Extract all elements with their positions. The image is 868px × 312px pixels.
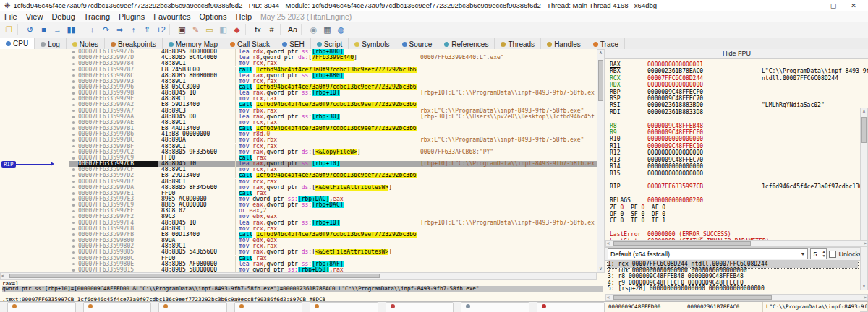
breakpoint-dot-icon[interactable] bbox=[69, 186, 78, 189]
disasm-row[interactable]: 00007FF6335997CF48:89C1mov rcx,rax bbox=[69, 167, 597, 173]
breakpoint-dot-icon[interactable] bbox=[69, 104, 78, 107]
tab-references[interactable]: References bbox=[438, 38, 495, 50]
breakpoint-dot-icon[interactable] bbox=[69, 269, 78, 272]
spinner-arrows-icon[interactable]: ▲▼ bbox=[822, 249, 826, 258]
register-row[interactable]: R130000009C48FFEC70 bbox=[610, 157, 858, 163]
disasm-row[interactable]: 00007FF63359977648:8D95 80080000lea rdx,… bbox=[69, 49, 597, 55]
breakpoint-dot-icon[interactable] bbox=[69, 121, 78, 124]
tab-call-stack[interactable]: Call Stack bbox=[224, 38, 276, 50]
scroll-thumb[interactable] bbox=[9, 274, 380, 278]
breakpoint-dot-icon[interactable] bbox=[69, 204, 78, 207]
tab-memory-map[interactable]: Memory Map bbox=[163, 38, 224, 50]
breakpoint-dot-icon[interactable] bbox=[69, 110, 78, 113]
breakpoint-dot-icon[interactable] bbox=[69, 162, 78, 165]
register-row[interactable]: R90000009C48FFECF0 bbox=[610, 129, 858, 136]
breakpoint-dot-icon[interactable] bbox=[69, 257, 78, 260]
disasm-row[interactable]: 00007FF6335997F289C3mov ebx,eax bbox=[69, 214, 597, 220]
register-row[interactable]: RBX000002361B78EAC0L"C:\\ProgramData\\in… bbox=[610, 68, 858, 74]
breakpoint-dot-icon[interactable] bbox=[69, 145, 78, 148]
tab-seh[interactable]: SEH bbox=[276, 38, 311, 50]
disasm-row[interactable]: 00007FF63359978C48:8D85 80080000lea rax,… bbox=[69, 73, 597, 79]
call-arguments-list[interactable]: 1: rcx 00007FFC6C08D244 ntdll.00007FFC6C… bbox=[605, 261, 868, 294]
register-row[interactable]: RSI0000023618883BD0"LMLhRqYNdiaSac02" bbox=[610, 102, 858, 108]
breakpoint-dot-icon[interactable] bbox=[69, 92, 78, 95]
disasm-row[interactable]: 00007FF63359979F48:89C1mov rcx,rax bbox=[69, 96, 597, 102]
tab-symbols[interactable]: Symbols bbox=[349, 38, 396, 50]
disasm-row[interactable]: 00007FF6335997FBE8 00D13400call 1cf6d946… bbox=[69, 232, 597, 238]
breakpoint-dot-icon[interactable] bbox=[69, 192, 78, 195]
breakpoint-dot-icon[interactable] bbox=[69, 263, 78, 266]
menu-item-view[interactable]: View bbox=[22, 12, 48, 21]
scroll-left-icon[interactable]: < bbox=[607, 240, 610, 246]
hide-fpu-button[interactable]: Hide FPU bbox=[605, 49, 868, 59]
pause-icon[interactable]: ▮▮ bbox=[64, 23, 78, 36]
tab-trace[interactable]: Trace bbox=[587, 38, 625, 50]
breakpoint-dot-icon[interactable] bbox=[69, 168, 78, 171]
step-out-icon[interactable]: ↑ bbox=[127, 23, 140, 36]
scroll-right-icon[interactable]: > bbox=[864, 295, 867, 300]
disasm-row[interactable]: 00007FF6335997E1FFD0call rax bbox=[69, 191, 597, 196]
bottom-tab[interactable] bbox=[461, 302, 529, 312]
maximize-button[interactable]: ▢ bbox=[823, 2, 843, 9]
scroll-left-icon[interactable]: < bbox=[1, 273, 4, 280]
register-row[interactable]: RAX0000000000000001 bbox=[610, 61, 858, 68]
disasm-row[interactable]: 00007FF6335997F448:8D45 10lea rax,qword … bbox=[69, 220, 597, 226]
breakpoint-dot-icon[interactable] bbox=[69, 51, 78, 53]
register-row[interactable]: RFLAGS0000000000000200 bbox=[610, 197, 858, 204]
register-row[interactable]: R100000000000000000 bbox=[610, 136, 858, 142]
scroll-thumb[interactable] bbox=[613, 295, 772, 300]
disasm-row[interactable]: 00007FF63359978448:89C1mov rcx,rax bbox=[69, 61, 597, 66]
disasm-row[interactable]: 00007FF6335997F848:89C1mov rcx,rax bbox=[69, 226, 597, 232]
disasm-row[interactable]: 00007FF6335997AA48:8D45 D0lea rax,qword … bbox=[69, 114, 597, 120]
register-row[interactable]: R110000009C48FFEC10 bbox=[610, 143, 858, 150]
breakpoint-dot-icon[interactable] bbox=[69, 134, 78, 136]
disassembly-horizontal-scrollbar[interactable]: < bbox=[0, 272, 597, 280]
register-row[interactable]: RDI000002361B8833D8 bbox=[610, 109, 858, 116]
tab-breakpoints[interactable]: Breakpoints bbox=[105, 38, 163, 50]
disasm-row[interactable]: 00007FF63359980248:89C1mov rcx,rax bbox=[69, 243, 597, 249]
disasm-row[interactable]: 00007FF6335997CB48:8D45 10lea rax,qword … bbox=[69, 161, 597, 167]
register-row[interactable]: R120000000000000000 bbox=[610, 150, 858, 156]
tab-cpu[interactable]: CPU bbox=[0, 38, 35, 50]
disasm-row[interactable]: 00007FF633599787E8 245B3F00call 1cf6d946… bbox=[69, 66, 597, 72]
step-into-icon[interactable]: ↓ bbox=[85, 23, 99, 36]
trace-into-icon[interactable]: +2 bbox=[154, 23, 168, 36]
breakpoint-dot-icon[interactable] bbox=[69, 63, 78, 66]
registers-horizontal-scrollbar[interactable]: < > bbox=[605, 240, 868, 247]
flags-row[interactable]: OF 0 SF 0 DF 0 bbox=[610, 211, 858, 217]
menu-item-tracing[interactable]: Tracing bbox=[80, 12, 114, 21]
breakpoint-dot-icon[interactable] bbox=[69, 157, 78, 160]
scroll-thumb[interactable] bbox=[613, 241, 751, 246]
last-error-row[interactable]: LastError00000000 (ERROR_SUCCESS) bbox=[610, 231, 858, 238]
register-row[interactable]: R150000000000000000 bbox=[610, 170, 858, 177]
menu-item-favourites[interactable]: Favourites bbox=[149, 12, 195, 21]
bottom-tab[interactable] bbox=[386, 302, 454, 312]
disassembly-panel[interactable]: 00007FF63359977648:8D95 80080000lea rdx,… bbox=[0, 49, 605, 280]
breakpoint-dot-icon[interactable] bbox=[69, 198, 78, 201]
tab-log[interactable]: Log bbox=[35, 38, 67, 50]
tab-notes[interactable]: Notes bbox=[67, 38, 105, 50]
flags-row[interactable]: ZF 0 PF 0 AF 0 bbox=[610, 204, 858, 211]
register-row[interactable]: R80000009C48FFEB48 bbox=[610, 123, 858, 129]
bottom-tab[interactable] bbox=[7, 302, 76, 312]
disasm-row[interactable]: 00007FF63359979348:89C1mov rcx,rax bbox=[69, 79, 597, 84]
restart-icon[interactable]: ↺ bbox=[23, 23, 37, 36]
register-row[interactable]: RIP00007FF6335997CB1cf6d946c45f4ce73a0f9… bbox=[610, 183, 858, 190]
close-button[interactable]: ✕ bbox=[843, 2, 864, 9]
disasm-row[interactable]: 00007FF6335997DA48:8B05 8F345600mov rax,… bbox=[69, 185, 597, 191]
breakpoint-dot-icon[interactable] bbox=[69, 228, 78, 230]
bottom-tab[interactable] bbox=[234, 302, 303, 312]
scroll-thumb[interactable] bbox=[861, 117, 867, 143]
scroll-up-icon[interactable]: ∧ bbox=[861, 108, 867, 115]
animate-icon[interactable]: ▣ bbox=[175, 23, 189, 36]
step-over-icon[interactable]: ↷ bbox=[99, 23, 113, 36]
disasm-row[interactable]: 00007FF6335997EF83C8 02or eax,2 bbox=[69, 208, 597, 214]
graph-icon[interactable]: ◉ bbox=[307, 23, 320, 36]
calling-convention-select[interactable]: Default (x64 fastcall) ▼ bbox=[608, 248, 808, 259]
menu-item-plugins[interactable]: Plugins bbox=[114, 12, 149, 21]
registers-list[interactable]: RAX0000000000000001RBX000002361B78EAC0L"… bbox=[605, 59, 868, 240]
breakpoint-dot-icon[interactable] bbox=[69, 80, 78, 83]
register-row[interactable]: RCX00007FFC6C08D244ntdll.00007FFC6C08D24… bbox=[610, 75, 858, 82]
scroll-down-icon[interactable]: ∨ bbox=[597, 266, 604, 272]
disasm-row[interactable]: 00007FF6335997D2E8 29D13400call 1cf6d946… bbox=[69, 173, 597, 178]
